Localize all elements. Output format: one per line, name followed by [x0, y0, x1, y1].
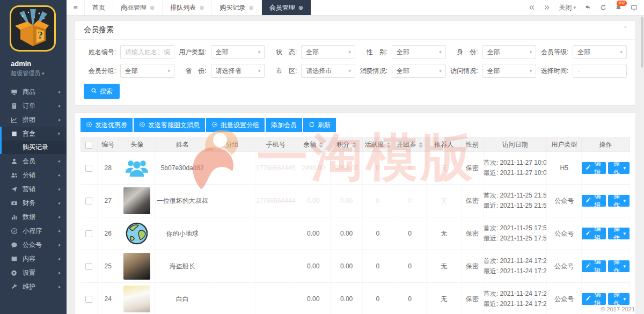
action-dropdown-button[interactable]: 操作▾: [608, 195, 630, 207]
toolbar-button-批量设置分组[interactable]: 批量设置分组: [206, 118, 265, 132]
row-checkbox[interactable]: [85, 296, 92, 303]
action-button-label: 操作: [612, 224, 621, 243]
sidebar-item-小程序[interactable]: 小程序◂: [0, 224, 67, 238]
sidebar-item-订单[interactable]: 订单◂: [0, 99, 67, 113]
column-label: 头像: [130, 141, 143, 148]
row-checkbox[interactable]: [85, 165, 92, 172]
edit-button[interactable]: 编辑: [582, 260, 606, 272]
user-type-select[interactable]: 全部▾: [211, 45, 265, 59]
search-button[interactable]: 搜索: [84, 84, 120, 99]
identity-select[interactable]: 全部▾: [482, 45, 537, 59]
cell-id: 25: [97, 250, 119, 283]
tab-label: 商品管理: [121, 3, 147, 12]
sort-icon[interactable]: [419, 142, 423, 148]
sidebar-item-商品[interactable]: 商品◂: [0, 85, 67, 99]
sidebar-item-公众号[interactable]: 公众号◂: [0, 238, 67, 252]
close-tab-icon[interactable]: ⊗: [150, 4, 155, 11]
action-dropdown-button[interactable]: 操作▾: [608, 162, 630, 174]
row-checkbox[interactable]: [85, 263, 92, 270]
row-checkbox[interactable]: [85, 230, 92, 237]
sidebar-item-营销[interactable]: 营销◂: [0, 182, 67, 196]
back-button[interactable]: [580, 0, 596, 16]
city-select[interactable]: 请选择市▾: [301, 64, 355, 78]
official-account-icon: [11, 242, 18, 249]
tab-购买记录[interactable]: 购买记录⊗: [212, 0, 261, 15]
first-visit: 首次: 2021-11-25 21:54:58: [484, 191, 547, 201]
sidebar-item-分销[interactable]: 分销◂: [0, 168, 67, 182]
action-dropdown-button[interactable]: 操作▾: [608, 293, 630, 305]
sidebar-item-会员[interactable]: 会员◂: [0, 154, 67, 168]
admin-role-dropdown[interactable]: 超级管理员 ▾: [11, 69, 67, 77]
scrollbar-thumb[interactable]: [641, 17, 643, 68]
action-dropdown-button[interactable]: 操作▾: [608, 260, 630, 272]
edit-button[interactable]: 编辑: [582, 228, 606, 239]
screen-icon: [631, 4, 638, 11]
blindbox-logo-image: ?: [10, 5, 56, 52]
toolbar-button-刷新[interactable]: 刷新: [303, 118, 336, 132]
sidebar-item-label: 财务: [23, 199, 35, 208]
cell-visit: 首次: 2021-11-24 17:20:13最近: 2021-11-24 17…: [483, 283, 547, 314]
row-checkbox[interactable]: [85, 198, 92, 205]
edit-button[interactable]: 编辑: [582, 162, 606, 174]
sort-asc-icon[interactable]: [352, 142, 356, 144]
sidebar-item-维护[interactable]: 维护◂: [0, 280, 67, 294]
toolbar-button-发送客服图文消息[interactable]: 发送客服图文消息: [134, 118, 205, 132]
time-range-input[interactable]: [577, 67, 622, 75]
tab-会员管理[interactable]: 会员管理⊗: [262, 0, 311, 15]
member-group-select[interactable]: 全部▾: [120, 64, 174, 78]
sort-asc-icon[interactable]: [386, 142, 391, 144]
fullscreen-button[interactable]: [626, 0, 642, 16]
scroll-tabs-left-button[interactable]: [524, 0, 539, 16]
edit-button[interactable]: 编辑: [582, 195, 606, 207]
sidebar-item-财务[interactable]: 财务◂: [0, 196, 67, 210]
name-code-input[interactable]: [125, 48, 170, 56]
tab-排队列表[interactable]: 排队列表⊗: [163, 0, 212, 15]
select-all-checkbox[interactable]: [85, 142, 92, 149]
visit-select[interactable]: 全部▾: [482, 64, 537, 78]
sort-icon[interactable]: [386, 142, 391, 148]
gender-select[interactable]: 全部▾: [392, 45, 446, 59]
collapse-panel-icon[interactable]: ⌃: [623, 25, 628, 32]
notifications-button[interactable]: 102: [611, 0, 626, 16]
status-select[interactable]: 全部▾: [301, 45, 355, 59]
first-visit: 首次: 2021-11-24 17:20:13: [484, 289, 547, 299]
refresh-page-button[interactable]: [596, 0, 611, 16]
scroll-tabs-right-button[interactable]: [539, 0, 554, 16]
province-select[interactable]: 请选择省▾: [211, 64, 265, 78]
close-tabs-dropdown[interactable]: 关闭▾: [554, 0, 580, 16]
sort-desc-icon[interactable]: [386, 145, 391, 148]
search-field-consumption: 消费情况:全部▾: [355, 64, 446, 78]
cell-avatar: [119, 283, 156, 314]
consumption-select[interactable]: 全部▾: [392, 64, 446, 78]
action-dropdown-button[interactable]: 操作▾: [608, 228, 630, 239]
sidebar-item-内容[interactable]: 内容◂: [0, 252, 67, 266]
sidebar-subitem-购买记录[interactable]: 购买记录: [2, 141, 67, 154]
close-tab-icon[interactable]: ⊗: [298, 4, 303, 11]
sort-desc-icon[interactable]: [319, 145, 323, 148]
tab-label: 排队列表: [170, 3, 196, 12]
close-tab-icon[interactable]: ⊗: [199, 4, 204, 11]
chevron-down-icon: ▾: [623, 198, 626, 203]
member-level-select[interactable]: 全部▾: [573, 45, 627, 59]
sort-asc-icon[interactable]: [419, 142, 423, 144]
sort-icon[interactable]: [352, 142, 356, 148]
cell-referrer: 无: [427, 217, 461, 250]
column-header-visit: 访问日期: [483, 138, 547, 152]
sort-asc-icon[interactable]: [319, 142, 323, 144]
toolbar-button-添加会员[interactable]: 添加会员: [266, 118, 302, 132]
sidebar-item-盲盒[interactable]: 盲盒▾: [2, 127, 67, 141]
sidebar-item-数据[interactable]: 数据◂: [0, 210, 67, 224]
sidebar-item-设置[interactable]: 设置◂: [0, 266, 67, 280]
sidebar-item-拼团[interactable]: 拼团◂: [0, 113, 67, 127]
sort-icon[interactable]: [319, 142, 323, 148]
close-tab-icon[interactable]: ⊗: [248, 4, 253, 11]
select-value: 全部: [216, 48, 229, 57]
sort-desc-icon[interactable]: [419, 145, 423, 148]
toolbar-button-发送优惠券[interactable]: 发送优惠券: [80, 118, 133, 132]
tab-首页[interactable]: 首页: [85, 0, 113, 15]
sort-desc-icon[interactable]: [352, 145, 356, 148]
edit-button[interactable]: 编辑: [582, 293, 606, 305]
tab-商品管理[interactable]: 商品管理⊗: [113, 0, 163, 15]
search-field-identity: 身 份:全部▾: [446, 45, 537, 59]
menu-toggle-icon[interactable]: ≡: [67, 0, 85, 15]
